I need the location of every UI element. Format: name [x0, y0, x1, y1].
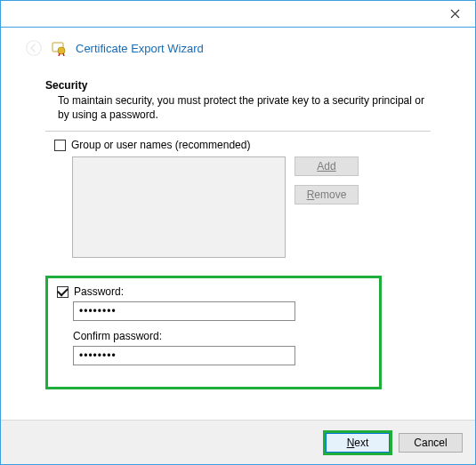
group-names-row: Group or user names (recommended) — [54, 139, 431, 151]
principals-buttons: Add Remove — [294, 156, 359, 258]
next-button-rest: ext — [354, 437, 368, 449]
security-heading: Security — [45, 79, 431, 92]
group-names-checkbox[interactable] — [54, 140, 66, 151]
titlebar — [1, 1, 475, 28]
principals-area: Add Remove — [72, 156, 431, 258]
remove-button-text: emove — [314, 188, 346, 201]
password-checkbox[interactable] — [57, 286, 69, 298]
svg-point-2 — [27, 41, 42, 56]
wizard-title: Certificate Export Wizard — [76, 42, 204, 55]
divider — [45, 131, 431, 132]
password-label: Password: — [74, 285, 124, 298]
cancel-button[interactable]: Cancel — [399, 433, 463, 453]
back-arrow-icon — [26, 40, 42, 56]
close-button[interactable] — [435, 1, 475, 26]
confirm-password-label: Confirm password: — [73, 330, 367, 342]
wizard-window: Certificate Export Wizard Security To ma… — [0, 0, 476, 465]
wizard-header: Certificate Export Wizard — [1, 28, 475, 68]
wizard-body: Security To maintain security, you must … — [1, 68, 475, 420]
add-button: Add — [294, 156, 359, 176]
password-row: Password: — [57, 285, 367, 298]
close-icon — [450, 9, 460, 19]
certificate-icon — [51, 40, 67, 56]
next-button[interactable]: Next — [326, 433, 390, 453]
confirm-password-input[interactable] — [73, 346, 295, 365]
security-description: To maintain security, you must protect t… — [58, 93, 431, 122]
principals-listbox[interactable] — [72, 156, 286, 258]
remove-button: Remove — [294, 185, 359, 204]
svg-point-4 — [58, 47, 65, 54]
password-section-highlight: Password: Confirm password: — [45, 276, 382, 389]
group-names-label: Group or user names (recommended) — [71, 139, 250, 151]
password-input[interactable] — [73, 301, 295, 321]
wizard-footer: Next Cancel — [1, 420, 475, 464]
